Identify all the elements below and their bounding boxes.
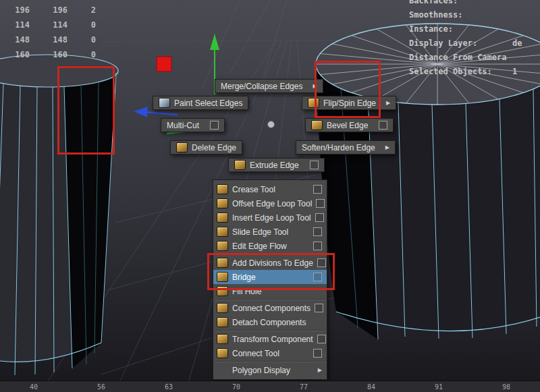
timeline-tick: 84: [367, 383, 375, 391]
menu-item-label: Merge/Collapse Edges: [221, 82, 302, 91]
menu-item-label: Detach Components: [232, 318, 306, 327]
hud-value: de: [512, 36, 522, 51]
icon-slot: [311, 120, 323, 130]
submenu-arrow-icon: ▶: [318, 367, 322, 373]
icon-slot: [217, 334, 228, 344]
annotation-box-left-cylinder: [57, 66, 115, 155]
menu-item-offset-edge-loop-tool[interactable]: Offset Edge Loop Tool: [213, 196, 327, 211]
edit-edge-flow-icon: [217, 241, 228, 251]
icon-slot: [176, 142, 188, 152]
poly-count-value: 0: [68, 32, 96, 47]
option-box[interactable]: [313, 242, 322, 250]
hud-value: 1: [512, 65, 517, 79]
marking-menu-center: [267, 121, 275, 128]
timeline-tick: 63: [165, 383, 173, 391]
menu-item-edit-edge-flow[interactable]: Edit Edge Flow: [213, 239, 327, 253]
menu-item-polygon-display[interactable]: Polygon Display▶: [213, 363, 327, 377]
menu-separator: [214, 361, 326, 362]
timeline-tick: 40: [30, 383, 38, 391]
annotation-box-flip-spin-edge: [315, 61, 381, 118]
menu-item-label: Polygon Display: [232, 366, 290, 375]
extrude-edge-icon: [234, 160, 246, 170]
poly-count-row: 1481480: [0, 32, 96, 47]
option-box[interactable]: [315, 304, 323, 312]
menu-item-label: Delete Edge: [192, 143, 236, 152]
option-box[interactable]: [379, 121, 387, 130]
poly-count-value: 196: [30, 3, 68, 18]
poly-count-value: 148: [0, 32, 30, 47]
option-box[interactable]: [210, 121, 219, 130]
menu-item-label: Extrude Edge: [250, 161, 299, 170]
hud-line: Instance:: [409, 22, 540, 36]
hud-line: Display Layer:de: [409, 36, 540, 51]
hud-label: Instance:: [409, 24, 453, 34]
menu-item-label: Connect Components: [232, 304, 310, 313]
hud-label: Display Layer:: [409, 38, 477, 48]
menu-item-label: Edit Edge Flow: [232, 242, 287, 251]
connect-tool-icon: [217, 348, 228, 358]
menu-item-label: Transform Component: [232, 335, 313, 344]
icon-slot: [217, 303, 228, 313]
menu-item-merge-collapse-edges[interactable]: Merge/Collapse Edges ▶: [215, 79, 323, 93]
manipulator-plane-handle[interactable]: [157, 57, 171, 72]
menu-item-slide-edge-tool[interactable]: Slide Edge Tool: [213, 225, 327, 239]
menu-item-extrude-edge[interactable]: Extrude Edge: [228, 158, 325, 172]
menu-item-crease-tool[interactable]: Crease Tool: [213, 182, 327, 196]
icon-slot: [159, 98, 170, 108]
bevel-edge-icon: [311, 120, 323, 130]
poly-count-row: 1601600: [0, 47, 96, 62]
menu-item-label: Soften/Harden Edge: [302, 143, 375, 152]
option-box[interactable]: [313, 349, 322, 358]
slide-edge-tool-icon: [217, 227, 228, 237]
menu-item-multi-cut[interactable]: Multi-Cut: [161, 118, 225, 132]
time-slider[interactable]: 4056637077849198: [0, 381, 540, 392]
insert-edge-loop-tool-icon: [217, 213, 228, 223]
hud-line: Backfaces:: [409, 0, 540, 8]
menu-item-bevel-edge[interactable]: Bevel Edge: [305, 118, 394, 132]
poly-count-hud: 1961962114114014814801601600: [0, 3, 96, 62]
icon-slot: [234, 160, 246, 170]
menu-item-label: Offset Edge Loop Tool: [232, 199, 312, 208]
menu-item-insert-edge-loop-tool[interactable]: Insert Edge Loop Tool: [213, 211, 327, 225]
menu-item-delete-edge[interactable]: Delete Edge: [170, 140, 242, 155]
option-box[interactable]: [317, 335, 326, 343]
menu-item-label: Multi-Cut: [167, 121, 199, 130]
timeline-tick: 98: [502, 383, 510, 391]
poly-count-value: 114: [30, 18, 68, 32]
menu-item-connect-tool[interactable]: Connect Tool: [213, 346, 327, 360]
connect-components-icon: [217, 303, 228, 313]
hud-line: Smoothness:: [409, 8, 540, 22]
menu-item-label: Crease Tool: [232, 185, 275, 194]
poly-count-value: 0: [68, 18, 96, 32]
icon-slot: [217, 227, 228, 237]
offset-edge-loop-tool-icon: [217, 198, 228, 208]
poly-count-value: 160: [0, 47, 30, 62]
icon-slot: [217, 198, 228, 208]
hud-label: Smoothness:: [409, 10, 462, 20]
hud-line: Selected Objects:1: [409, 65, 540, 79]
annotation-box-bridge: [207, 253, 335, 290]
delete-edge-icon: [176, 142, 188, 152]
menu-item-detach-components[interactable]: Detach Components: [213, 315, 327, 329]
menu-item-transform-component[interactable]: Transform Component: [213, 332, 327, 346]
timeline-tick: 70: [232, 383, 240, 391]
option-box[interactable]: [313, 227, 322, 236]
maya-viewport-screen: Merge/Collapse Edges ▶ Paint Select Edge…: [0, 0, 540, 392]
option-box[interactable]: [315, 213, 324, 222]
menu-item-paint-select-edges[interactable]: Paint Select Edges: [153, 96, 248, 110]
menu-item-label: Slide Edge Tool: [232, 227, 288, 237]
option-box[interactable]: [310, 161, 319, 169]
submenu-arrow-icon: ▶: [385, 144, 389, 150]
timeline-tick: 91: [435, 383, 443, 391]
object-details-hud: Backfaces:Smoothness:Instance:Display La…: [409, 0, 540, 79]
submenu-arrow-icon: ▶: [386, 100, 390, 106]
menu-item-connect-components[interactable]: Connect Components: [213, 301, 327, 315]
paint-select-edges-icon: [159, 98, 170, 108]
option-box[interactable]: [316, 199, 325, 208]
menu-item-soften-harden-edge[interactable]: Soften/Harden Edge ▶: [296, 140, 396, 155]
hud-label: Backfaces:: [409, 0, 458, 5]
hud-label: Selected Objects:: [409, 67, 492, 76]
option-box[interactable]: [313, 185, 322, 194]
menu-item-label: Connect Tool: [232, 349, 279, 358]
menu-item-label: Bevel Edge: [327, 121, 368, 130]
